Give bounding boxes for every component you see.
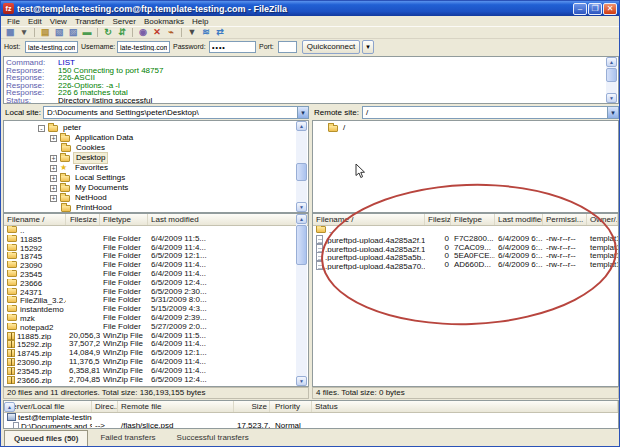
port-input[interactable] [278, 41, 297, 53]
column-header-priority[interactable]: Priority [270, 401, 312, 412]
file-row-pureftpd-upload-4a285a70[interactable]: .pureftpd-upload.4a285a70...0AD660D...6/… [313, 261, 618, 270]
file-row-filezilla-3-2-4[interactable]: FileZilla_3.2.4...File Folder5/31/2009 8… [4, 296, 308, 305]
file-row-pureftpd-upload-4a285a5b[interactable]: .pureftpd-upload.4a285a5b...05EA0FCE...6… [313, 252, 618, 261]
file-row-24371[interactable]: 24371File Folder6/5/2009 2:30... [4, 288, 308, 297]
tab-queued-files-50[interactable]: Queued files (50) [4, 430, 88, 446]
expand-icon[interactable] [50, 155, 57, 162]
column-header-filesize[interactable]: Filesize [66, 214, 100, 225]
column-header-filetype[interactable]: Filetype [100, 214, 148, 225]
close-button[interactable]: ✕ [603, 3, 617, 15]
queue-toggle-icon[interactable]: ▬ [81, 27, 93, 38]
file-row-23666-zip[interactable]: 23666.zip2,704,852WinZip File6/5/2009 12… [4, 376, 308, 385]
file-row-11885-zip[interactable]: 11885.zip20,056,3...WinZip File6/4/2009 … [4, 332, 308, 341]
column-header-remote-file[interactable]: Remote file [118, 401, 234, 412]
menu-item-edit[interactable]: Edit [24, 16, 46, 27]
file-row-item[interactable]: .. [4, 226, 308, 235]
expand-icon[interactable] [50, 195, 57, 202]
scroll-up-icon[interactable] [296, 121, 307, 131]
message-log-toggle-icon[interactable]: ▤ [39, 27, 51, 38]
column-header-filename[interactable]: Filename / [4, 214, 66, 225]
expand-icon[interactable] [50, 165, 57, 172]
column-header-status[interactable]: Status [312, 401, 618, 412]
tree-item-application-data[interactable]: Application Data [4, 133, 308, 143]
tree-item-item[interactable]: / [313, 123, 618, 133]
tree-item-my-documents[interactable]: My Documents [4, 183, 308, 193]
password-input[interactable] [209, 41, 256, 53]
menu-item-help[interactable]: Help [188, 16, 212, 27]
menu-item-bookmarks[interactable]: Bookmarks [140, 16, 188, 27]
column-header-last-modified[interactable]: Last modified [148, 214, 308, 225]
local-tree-toggle-icon[interactable]: ▧ [53, 27, 65, 38]
file-row-23545[interactable]: 23545File Folder6/4/2009 11:4... [4, 270, 308, 279]
local-tree-scrollbar[interactable] [296, 121, 307, 212]
tree-item-local-settings[interactable]: Local Settings [4, 173, 308, 183]
file-row-23666[interactable]: 23666File Folder6/5/2009 12:4... [4, 279, 308, 288]
scroll-up-icon[interactable] [296, 214, 307, 224]
tree-item-favorites[interactable]: Favorites [4, 163, 308, 173]
file-row-23090-zip[interactable]: 23090.zip11,376,5...WinZip File6/4/2009 … [4, 358, 308, 367]
column-header-server-local-file[interactable]: Server/Local file [4, 401, 92, 412]
sync-browsing-icon[interactable]: ⇄ [214, 27, 226, 38]
collapse-icon[interactable] [38, 125, 45, 132]
scroll-thumb[interactable] [296, 225, 307, 265]
tree-item-cookies[interactable]: Cookies [4, 143, 308, 153]
remote-site-combo[interactable]: / [362, 106, 619, 119]
column-header-filesize[interactable]: Filesize [425, 214, 451, 225]
queue-scroll-up-icon[interactable] [4, 402, 15, 412]
remote-site-dropdown-icon[interactable] [607, 107, 618, 118]
file-row-instantdemo[interactable]: instantdemoFile Folder5/15/2009 4:3... [4, 305, 308, 314]
file-row-test-template-testing[interactable]: test@template-testing... [4, 413, 618, 422]
scroll-up-icon[interactable] [606, 57, 617, 67]
find-icon[interactable]: ◉ [137, 27, 149, 38]
scroll-down-icon[interactable] [296, 202, 307, 212]
file-row-18745-zip[interactable]: 18745.zip14,084,9...WinZip File6/5/2009 … [4, 349, 308, 358]
file-row-pureftpd-upload-4a285a2f-1[interactable]: .pureftpd-upload.4a285a2f.1...0F7C2800..… [313, 235, 618, 244]
file-row-d-documents-and-s[interactable]: D:\Documents and S...-->/flash/slice.psd… [4, 422, 618, 430]
site-manager-dropdown-icon[interactable]: ▾ [18, 27, 30, 38]
menu-item-file[interactable]: File [3, 16, 24, 27]
file-row-23090[interactable]: 23090File Folder6/4/2009 11:4... [4, 261, 308, 270]
process-queue-icon[interactable]: ⇵ [116, 27, 128, 38]
expand-icon[interactable] [50, 185, 57, 192]
compare-icon[interactable]: ≋ [200, 27, 212, 38]
tab-successful-transfers[interactable]: Successful transfers [168, 430, 258, 446]
local-site-dropdown-icon[interactable] [297, 107, 308, 118]
site-manager-icon[interactable]: ▦ [4, 27, 16, 38]
file-row-23545-zip[interactable]: 23545.zip6,358,812WinZip File6/4/2009 11… [4, 367, 308, 376]
scroll-thumb[interactable] [296, 163, 307, 181]
filter-icon[interactable]: ▼ [186, 27, 198, 38]
disconnect-icon[interactable]: ⌁ [165, 27, 177, 38]
scroll-thumb[interactable] [606, 68, 617, 82]
scroll-down-icon[interactable] [296, 376, 307, 386]
refresh-icon[interactable]: ↻ [102, 27, 114, 38]
menu-item-transfer[interactable]: Transfer [71, 16, 109, 27]
file-row-pureftpd-upload-4a285a2f-1[interactable]: .pureftpd-upload.4a285a2f.1...07CAC09...… [313, 244, 618, 253]
menu-item-view[interactable]: View [46, 16, 71, 27]
quickconnect-dropdown-icon[interactable] [362, 40, 374, 54]
file-row-15292[interactable]: 15292File Folder6/4/2009 11:4... [4, 244, 308, 253]
file-row-notepad2[interactable]: notepad2File Folder5/27/2009 2:0... [4, 323, 308, 332]
tree-item-desktop[interactable]: Desktop [4, 153, 308, 163]
tree-item-peter[interactable]: peter [4, 123, 308, 133]
column-header-filename[interactable]: Filename / [313, 214, 425, 225]
tree-item-printhood[interactable]: PrintHood [4, 203, 308, 213]
file-row-18745[interactable]: 18745File Folder6/5/2009 12:1... [4, 252, 308, 261]
file-row-11885[interactable]: 11885File Folder6/4/2009 11:5... [4, 235, 308, 244]
username-input[interactable] [117, 41, 170, 53]
column-header-filetype[interactable]: Filetype [451, 214, 495, 225]
local-site-combo[interactable]: D:\Documents and Settings\peter\Desktop\ [43, 106, 309, 119]
local-list-scrollbar[interactable] [296, 214, 307, 386]
file-row-15292-zip[interactable]: 15292.zip37,507,2...WinZip File6/4/2009 … [4, 340, 308, 349]
column-header-last-modified[interactable]: Last modified [495, 214, 543, 225]
quickconnect-button[interactable]: Quickconnect [302, 40, 360, 54]
expand-icon[interactable] [50, 175, 57, 182]
maximize-button[interactable]: ❐ [588, 3, 602, 15]
column-header-permissi[interactable]: Permissi... [543, 214, 587, 225]
remote-tree-toggle-icon[interactable]: ▨ [67, 27, 79, 38]
menu-item-server[interactable]: Server [108, 16, 140, 27]
tab-failed-transfers[interactable]: Failed transfers [91, 430, 164, 446]
log-scrollbar[interactable] [606, 57, 617, 103]
file-row-item[interactable]: .. [313, 226, 618, 235]
tree-item-nethood[interactable]: NetHood [4, 193, 308, 203]
column-header-owner[interactable]: Owner/... [587, 214, 618, 225]
